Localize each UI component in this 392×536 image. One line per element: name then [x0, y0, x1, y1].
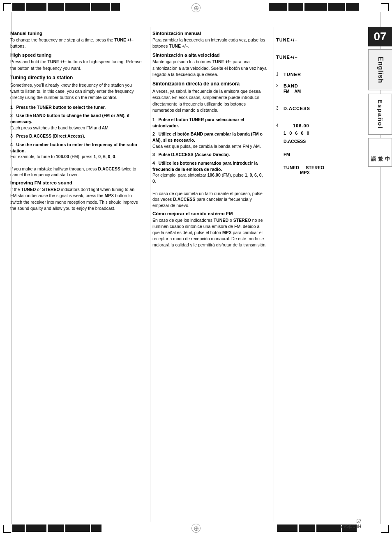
lang-english-label: English [377, 57, 384, 83]
daccess-label: D.ACCESS [284, 139, 306, 144]
page-footer-sub: En/Sp/ChH [339, 524, 361, 529]
corner-mark-tl [3, 3, 11, 11]
mejorar-fm-title: Cómo mejorar el sonido estéreo FM [152, 211, 267, 216]
sintonizacion-directa-title: Sintonización directa de una emisora [152, 81, 267, 87]
mid-step-1: 1 Pulse el botón TUNER para seleccionar … [152, 117, 267, 129]
corner-mark-bl [3, 525, 11, 533]
diag-step-2-num: 2 [276, 83, 281, 88]
main-content: Manual tuning To change the frequency on… [10, 27, 361, 522]
tuning-directly-intro: Sometimes, you'll already know the frequ… [10, 82, 142, 101]
sintonizacion-alta-title: Sintonización a alta velocidad [152, 53, 267, 58]
left-column: Manual tuning To change the frequency on… [10, 27, 148, 522]
corner-mark-br [381, 525, 389, 533]
language-tabs: English Español 中繁語 [368, 49, 392, 167]
am-label: AM [294, 89, 301, 94]
digit-6: 6 [295, 131, 297, 136]
section-sintonizacion-alta: Sintonización a alta velocidad Mantenga … [152, 53, 267, 78]
section-sintonizacion-manual: Sintonización manual Para cambiar la fre… [152, 31, 267, 49]
diag-step-4-content: 106.00 1 0 6 0 0 [284, 123, 309, 136]
top-bar-left [12, 3, 127, 12]
tuner-label: TUNER [284, 72, 301, 77]
lang-tab-english[interactable]: English [368, 49, 392, 90]
diag-step-1-num: 1 [276, 72, 281, 76]
chapter-number: 07 [368, 27, 392, 46]
diag-step-2-content: BAND FM AM [284, 83, 301, 94]
section-tuning-directly: Tuning directly to a station Sometimes, … [10, 75, 142, 178]
lang-espanol-label: Español [377, 99, 384, 129]
step-4-body: For example, to tune to 106.00 (FM), pre… [10, 154, 142, 178]
digit-0a: 0 [289, 131, 292, 136]
manual-tuning-body: To change the frequency one step at a ti… [10, 37, 142, 49]
fm-band-label: FM [284, 152, 290, 157]
top-bar-right [269, 3, 359, 12]
sintonizacion-directa-intro: A veces, ya sabrá la frecuencia de la em… [152, 88, 267, 113]
digit-0b: 0 [301, 131, 303, 136]
sintonizacion-manual-body: Para cambiar la frecuencia un intervalo … [152, 37, 267, 49]
diag-step-3: 3 D.ACCESS [276, 106, 361, 111]
diag-step-1-content: TUNER [284, 72, 301, 77]
center-mark-top: ⊕ [191, 3, 201, 12]
diag-step-3-content: D.ACCESS [284, 106, 310, 111]
diag-tune-2-content: TUNE+/– [276, 55, 298, 60]
tune-label-1: TUNE+/– [276, 37, 298, 42]
diag-tune-1-content: TUNE+/– [276, 37, 298, 42]
section-manual-tuning: Manual tuning To change the frequency on… [10, 31, 142, 49]
diag-tune-2: TUNE+/– [276, 55, 361, 60]
step-2-body: Each press switches the band between FM … [10, 125, 142, 131]
diag-step-1: 1 TUNER [276, 72, 361, 77]
diag-step-4: 4 106.00 1 0 6 0 0 [276, 123, 361, 136]
fm-label: FM [284, 89, 289, 94]
section-mejorar-fm: Cómo mejorar el sonido estéreo FM En cas… [152, 211, 267, 248]
bottom-bar-left [12, 524, 115, 533]
diag-fm-row: FM [284, 150, 369, 157]
step-1-title: 1 Press the TUNER button to select the t… [10, 104, 142, 110]
high-speed-title: High speed tuning [10, 53, 142, 58]
diag-step-4-num: 4 [276, 123, 281, 128]
tuned-label: TUNED [284, 165, 299, 170]
high-speed-body: Press and hold the TUNE +/– buttons for … [10, 59, 142, 71]
digit-row: 1 0 6 0 0 [284, 131, 309, 136]
diag-status-row: TUNED STEREO MPX [284, 163, 369, 175]
mid-step-2-body: Cada vez que pulsa, se cambia la banda e… [152, 143, 267, 150]
digit-0c: 0 [307, 131, 309, 136]
mejorar-fm-body: En caso de que los indicadores TUNED o S… [152, 217, 267, 248]
corner-mark-tr [381, 3, 389, 11]
improving-fm-body: If the TUNED or STEREO indicators don't … [10, 186, 142, 212]
mid-step-4-body: Por ejemplo, para sintonizar 106.00 (FM)… [152, 172, 267, 208]
mid-step-2: 2 Utilice el botón BAND para cambiar la … [152, 131, 267, 149]
mid-step-3: 3 Pulse D.ACCESS (Acceso Directa). [152, 152, 267, 158]
improving-fm-title: Improving FM stereo sound [10, 180, 142, 185]
column-divider-1 [150, 27, 150, 522]
lang-chinese-chars: 中繁語 [370, 152, 391, 153]
section-high-speed: High speed tuning Press and hold the TUN… [10, 53, 142, 71]
digit-1: 1 [284, 131, 286, 136]
center-mark-bottom: ⊕ [191, 524, 201, 533]
diag-step-3-num: 3 [276, 106, 281, 110]
column-divider-2 [274, 27, 274, 522]
section-improving-fm: Improving FM stereo sound If the TUNED o… [10, 180, 142, 212]
step-2-title: 2 Use the BAND button to change the band… [10, 113, 142, 124]
tune-label-2: TUNE+/– [276, 55, 298, 60]
lang-tab-chinese[interactable]: 中繁語 [368, 138, 392, 167]
step-2: 2 Use the BAND button to change the band… [10, 113, 142, 131]
mid-step-3-title: 3 Pulse D.ACCESS (Acceso Directa). [152, 152, 267, 158]
step-4: 4 Use the number buttons to enter the fr… [10, 142, 142, 178]
stereo-label: STEREO [306, 165, 324, 170]
freq-106-label: 106.00 [284, 123, 309, 128]
manual-tuning-title: Manual tuning [10, 31, 142, 36]
step-1: 1 Press the TUNER button to select the t… [10, 104, 142, 110]
mid-step-4: 4 Utilice los botones numerados para int… [152, 160, 267, 209]
diag-daccess-row: D.ACCESS [284, 139, 369, 144]
band-label: BAND [284, 83, 301, 88]
mid-column: Sintonización manual Para cambiar la fre… [152, 27, 272, 522]
diag-tune-1: TUNE+/– [276, 37, 361, 42]
fm-am-labels: FM AM [284, 89, 301, 94]
page-footer: 57 En/Sp/ChH [339, 519, 361, 529]
right-column: TUNE+/– TUNE+/– 1 TUNER 2 BAND [276, 27, 361, 522]
step-3-title: 3 Press D.ACCESS (Direct Access). [10, 133, 142, 139]
lang-tab-espanol[interactable]: Español [368, 94, 392, 135]
daccess-label-step3: D.ACCESS [284, 106, 310, 111]
section-sintonizacion-directa: Sintonización directa de una emisora A v… [152, 81, 267, 209]
diag-step-2: 2 BAND FM AM [276, 83, 361, 94]
status-labels: TUNED STEREO [284, 165, 324, 170]
